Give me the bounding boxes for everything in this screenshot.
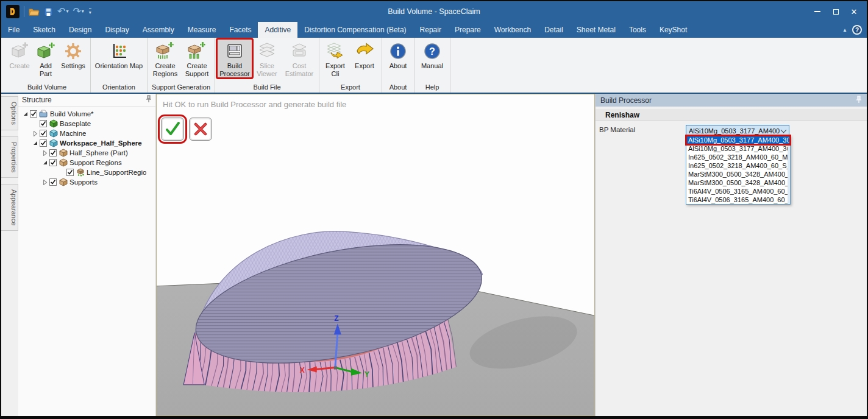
open-icon[interactable] <box>29 7 40 16</box>
close-button[interactable]: ✕ <box>845 4 863 19</box>
supports-icon <box>59 178 68 186</box>
checkbox-checked[interactable] <box>49 178 57 186</box>
tab-tools[interactable]: Tools <box>622 22 653 38</box>
tab-workbench[interactable]: Workbench <box>488 22 538 38</box>
tab-facets[interactable]: Facets <box>222 22 258 38</box>
tab-additive[interactable]: Additive <box>258 22 297 38</box>
dropdown-option[interactable]: In625_0502_3218_AM400_60_S_( <box>686 161 790 170</box>
dropdown-option[interactable]: AlSi10Mg_0503_3177_AM400_30 <box>686 144 790 153</box>
export-button[interactable]: Export <box>349 39 380 71</box>
tab-design[interactable]: Design <box>62 22 98 38</box>
build-processor-button[interactable]: Build Processor <box>217 39 252 78</box>
workspace-icon <box>49 139 58 147</box>
undo-dropdown-icon[interactable]: ▾ <box>66 9 68 14</box>
structure-panel-title: Structure <box>22 96 52 104</box>
tree-row-line-supportregion[interactable]: Line_SupportRegio <box>18 167 155 177</box>
expanded-icon[interactable] <box>41 160 49 165</box>
line-support-region-icon <box>76 168 85 177</box>
question-icon: ? <box>423 41 441 61</box>
tab-properties[interactable]: Properties <box>1 136 18 178</box>
group-orientation: Orientation Map Orientation <box>91 38 148 93</box>
tab-sketch[interactable]: Sketch <box>26 22 62 38</box>
add-part-button[interactable]: Add Part <box>34 39 58 78</box>
tab-options[interactable]: Options <box>1 96 18 130</box>
group-support-generation: Create Regions Create Support Support Ge… <box>148 38 215 93</box>
dropdown-option[interactable]: In625_0502_3218_AM400_60_M_ <box>686 153 790 161</box>
check-icon <box>165 121 180 137</box>
group-label-support-generation: Support Generation <box>149 82 213 93</box>
maximize-button[interactable] <box>827 4 845 19</box>
left-tab-strip: Options Properties Appearance <box>1 94 18 416</box>
expanded-icon[interactable] <box>22 111 29 116</box>
tab-appearance[interactable]: Appearance <box>1 184 18 231</box>
tree-row-half-sphere[interactable]: Half_Sphere (Part) <box>18 148 155 158</box>
redo-dropdown-icon[interactable]: ▾ <box>82 9 84 14</box>
tree-row-workspace[interactable]: Workspace_Half_Sphere <box>18 138 155 148</box>
help-icon[interactable]: ? <box>852 25 862 35</box>
tab-prepare[interactable]: Prepare <box>448 22 488 38</box>
viewport-prompt: Hit OK to run Build Processor and genera… <box>163 100 346 109</box>
collapse-ribbon-icon[interactable]: ▲ <box>842 27 847 33</box>
checkbox-checked[interactable] <box>30 110 37 118</box>
checkbox-checked[interactable] <box>66 169 74 176</box>
redo-icon[interactable]: ↷▾ <box>73 7 84 16</box>
slice-viewer-button: Slice Viewer <box>252 39 282 78</box>
dropdown-scrollbar[interactable] <box>788 136 790 204</box>
tab-repair[interactable]: Repair <box>413 22 448 38</box>
checkbox-checked[interactable] <box>40 130 47 137</box>
settings-button[interactable]: Settings <box>58 39 88 71</box>
dropdown-option[interactable]: MarStM300_0500_3428_AM400_4 <box>686 170 790 178</box>
part-icon <box>59 149 68 157</box>
qat-separator <box>24 6 24 17</box>
create-support-button[interactable]: Create Support <box>181 39 213 78</box>
tree-row-support-regions[interactable]: Support Regions <box>18 158 155 167</box>
dropdown-option[interactable]: AlSi10Mg_0503_3177_AM400_30 <box>686 136 790 144</box>
pin-icon[interactable] <box>856 96 862 105</box>
minimize-button[interactable] <box>808 4 827 19</box>
tree-row-supports[interactable]: Supports <box>18 177 155 187</box>
tree-row-baseplate[interactable]: Baseplate <box>18 119 155 129</box>
undo-icon[interactable]: ↶▾ <box>57 7 68 16</box>
manual-button[interactable]: ? Manual <box>416 39 448 71</box>
cancel-button[interactable] <box>189 118 212 141</box>
create-regions-button[interactable]: Create Regions <box>149 39 181 78</box>
dropdown-option[interactable]: Ti6Al4V_0506_3165_AM400_60_S <box>686 195 790 204</box>
tab-keyshot[interactable]: KeyShot <box>653 22 694 38</box>
tree-row-machine[interactable]: Machine <box>18 129 155 138</box>
build-processor-panel: Build Processor Renishaw BP Material AlS… <box>595 94 867 416</box>
tab-assembly[interactable]: Assembly <box>136 22 181 38</box>
collapsed-icon[interactable] <box>41 150 49 156</box>
spaceclaim-logo-icon[interactable] <box>6 5 20 18</box>
ok-button[interactable] <box>161 118 184 141</box>
orientation-map-icon <box>110 41 128 61</box>
collapsed-icon[interactable] <box>41 180 49 185</box>
save-icon[interactable] <box>44 7 53 16</box>
collapsed-icon[interactable] <box>32 131 39 136</box>
pin-icon[interactable] <box>146 95 152 105</box>
checkbox-checked[interactable] <box>40 139 47 147</box>
ribbon-tab-bar: File Sketch Design Display Assembly Meas… <box>1 22 867 38</box>
tab-file[interactable]: File <box>1 22 26 38</box>
svg-text:?: ? <box>429 46 435 57</box>
orientation-map-button[interactable]: Orientation Map <box>93 39 145 71</box>
3d-scene[interactable]: Z X Y <box>157 94 594 415</box>
tab-measure[interactable]: Measure <box>181 22 223 38</box>
group-label-export: Export <box>321 82 380 93</box>
tab-distortion-compensation[interactable]: Distortion Compensation (Beta) <box>297 22 413 38</box>
machine-icon <box>49 129 58 138</box>
bp-panel-title: Build Processor <box>600 96 652 105</box>
design-viewport[interactable]: Z X Y Hit OK to run Build Processor and … <box>156 94 595 416</box>
dropdown-option[interactable]: MarStM300_0500_3428_AM400_4 <box>686 178 790 187</box>
checkbox-checked[interactable] <box>49 159 57 166</box>
about-button[interactable]: About <box>384 39 412 71</box>
customize-qat-icon[interactable]: ▾ <box>89 9 91 15</box>
expanded-icon[interactable] <box>32 141 39 146</box>
checkbox-checked[interactable] <box>40 120 47 127</box>
checkbox-checked[interactable] <box>49 149 57 157</box>
tree-row-build-volume[interactable]: Build Volume* <box>18 109 155 119</box>
export-cli-button[interactable]: Export Cli <box>321 39 349 78</box>
tab-detail[interactable]: Detail <box>538 22 570 38</box>
tab-display[interactable]: Display <box>98 22 135 38</box>
dropdown-option[interactable]: Ti6Al4V_0506_3165_AM400_60_M <box>686 187 790 195</box>
tab-sheet-metal[interactable]: Sheet Metal <box>570 22 622 38</box>
